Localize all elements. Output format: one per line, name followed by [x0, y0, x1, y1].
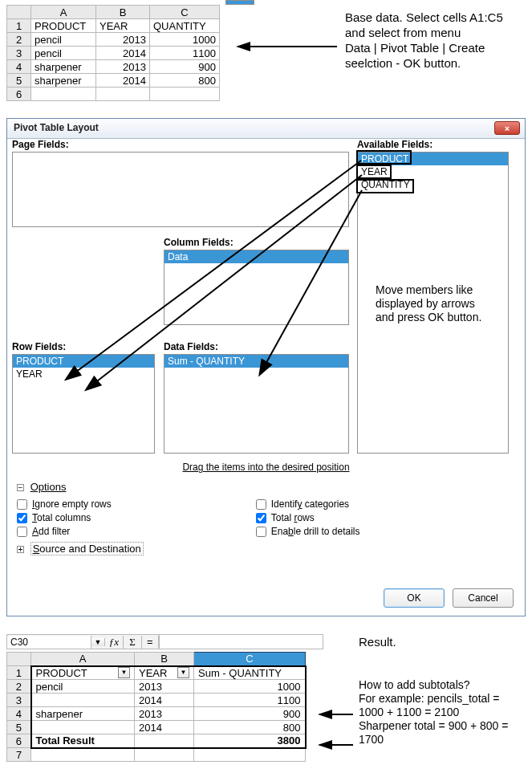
cell[interactable]: 900	[150, 60, 220, 74]
col-header-b[interactable]: B	[135, 653, 194, 666]
cell[interactable]: sharpener	[31, 74, 96, 87]
cell[interactable]: 2013	[96, 60, 150, 74]
row-fields-box[interactable]: PRODUCT YEAR	[12, 354, 155, 454]
cancel-button[interactable]: Cancel	[453, 588, 514, 608]
total-rows-checkbox[interactable]: Total rows	[256, 512, 360, 523]
cell[interactable]: 2014	[96, 47, 150, 60]
cell[interactable]: sharpener	[31, 707, 135, 721]
equals-icon[interactable]: =	[142, 636, 159, 648]
row-header[interactable]: 5	[7, 74, 31, 87]
base-data-grid[interactable]: A B C 1 PRODUCT YEAR QUANTITY 2 pencil 2…	[6, 5, 220, 101]
cell[interactable]	[31, 87, 96, 101]
available-field-quantity[interactable]: QUANTITY	[358, 178, 508, 191]
page-fields-label: Page Fields:	[12, 139, 69, 150]
ok-button[interactable]: OK	[384, 588, 445, 608]
cell[interactable]	[96, 87, 150, 101]
cell[interactable]: 2013	[135, 680, 194, 694]
filter-dropdown-icon[interactable]: ▼	[118, 667, 130, 678]
available-field-product[interactable]: PRODUCT	[358, 153, 508, 165]
row-header[interactable]: 1	[7, 19, 31, 33]
row-header[interactable]: 6	[7, 87, 31, 101]
cell[interactable]: YEAR	[96, 19, 150, 33]
options-expander[interactable]: − Options	[17, 481, 514, 493]
cell[interactable]: sharpener	[31, 60, 96, 74]
instruction-move-members: Move members like displayed by arrows an…	[376, 283, 496, 324]
cell[interactable]: 1000	[150, 33, 220, 47]
result-grid[interactable]: A B C 1 PRODUCT▼ YEAR▼ Sum - QUANTITY 2 …	[6, 652, 307, 762]
col-header-b[interactable]: B	[96, 6, 150, 19]
name-box-dropdown[interactable]: ▼	[91, 638, 105, 646]
row-header[interactable]: 5	[7, 721, 31, 734]
row-header[interactable]: 3	[7, 47, 31, 60]
row-field-year[interactable]: YEAR	[13, 368, 154, 380]
row-header[interactable]: 2	[7, 33, 31, 47]
column-fields-box[interactable]: Data	[164, 250, 349, 325]
cell[interactable]	[31, 721, 135, 734]
cell[interactable]: 2013	[96, 33, 150, 47]
cell[interactable]: 2014	[96, 74, 150, 87]
col-header-c[interactable]: C	[150, 6, 220, 19]
filter-dropdown-icon[interactable]: ▼	[177, 667, 189, 678]
cell[interactable]: 1100	[194, 694, 306, 707]
cell[interactable]: Total Result	[31, 734, 135, 748]
identify-categories-checkbox[interactable]: Identify categories	[256, 498, 360, 510]
cell[interactable]	[135, 748, 194, 762]
ignore-empty-rows-checkbox[interactable]: IIgnore empty rowsgnore empty rows	[17, 498, 112, 510]
available-field-year[interactable]: YEAR	[358, 165, 508, 178]
cell[interactable]: Sum - QUANTITY	[194, 666, 306, 680]
cell[interactable]: PRODUCT	[31, 19, 96, 33]
close-button[interactable]: ×	[494, 121, 520, 135]
cell[interactable]	[31, 748, 135, 762]
cell[interactable]: 2014	[135, 721, 194, 734]
cell[interactable]: pencil	[31, 680, 135, 694]
row-header[interactable]: 6	[7, 734, 31, 748]
cell[interactable]	[150, 87, 220, 101]
row-header[interactable]: 3	[7, 694, 31, 707]
total-columns-checkbox[interactable]: Total columns	[17, 512, 112, 523]
cell[interactable]: 1000	[194, 680, 306, 694]
data-field-sum-quantity[interactable]: Sum - QUANTITY	[164, 355, 348, 368]
source-destination-expander[interactable]: + Source and Destination	[17, 543, 514, 555]
cell[interactable]: QUANTITY	[150, 19, 220, 33]
row-header[interactable]: 4	[7, 60, 31, 74]
cell[interactable]: 800	[150, 74, 220, 87]
cell[interactable]: PRODUCT▼	[31, 666, 135, 680]
formula-bar[interactable]: C30 ▼ ƒx Σ =	[6, 634, 323, 649]
dialog-titlebar[interactable]: Pivot Table Layout ×	[7, 119, 525, 139]
close-icon: ×	[505, 124, 510, 133]
col-header-a[interactable]: A	[31, 6, 96, 19]
corner-cell[interactable]	[7, 6, 31, 19]
cell[interactable]: pencil	[31, 33, 96, 47]
cell[interactable]: 900	[194, 707, 306, 721]
cell-reference-input[interactable]: C30	[7, 636, 91, 649]
result-label: Result.	[359, 634, 396, 649]
add-filter-checkbox[interactable]: Add filter	[17, 526, 112, 537]
page-fields-box[interactable]	[12, 152, 349, 227]
corner-cell[interactable]	[7, 653, 31, 666]
cell[interactable]	[194, 748, 306, 762]
row-header[interactable]: 2	[7, 680, 31, 694]
cell[interactable]: 1100	[150, 47, 220, 60]
cell[interactable]: YEAR▼	[135, 666, 194, 680]
row-header[interactable]: 7	[7, 748, 31, 762]
enable-drill-checkbox[interactable]: Enable drill to details	[256, 526, 360, 537]
row-fields-label: Row Fields:	[12, 341, 66, 352]
cell[interactable]: 800	[194, 721, 306, 734]
fx-icon[interactable]: ƒx	[105, 636, 124, 649]
cell[interactable]: pencil	[31, 47, 96, 60]
row-header[interactable]: 1	[7, 666, 31, 680]
row-header[interactable]: 4	[7, 707, 31, 721]
row-field-product[interactable]: PRODUCT	[13, 355, 154, 368]
cell[interactable]: 2014	[135, 694, 194, 707]
cell[interactable]: 2013	[135, 707, 194, 721]
cell[interactable]	[31, 694, 135, 707]
col-header-a[interactable]: A	[31, 653, 135, 666]
data-fields-box[interactable]: Sum - QUANTITY	[164, 354, 349, 454]
column-field-data[interactable]: Data	[164, 250, 348, 263]
col-header-c[interactable]: C	[194, 653, 306, 666]
formula-input[interactable]	[159, 635, 323, 649]
cell[interactable]	[135, 734, 194, 748]
sigma-icon[interactable]: Σ	[124, 636, 142, 649]
cell[interactable]: 3800	[194, 734, 306, 748]
instruction-base-data: Base data. Select cells A1:C5 and select…	[345, 10, 526, 71]
